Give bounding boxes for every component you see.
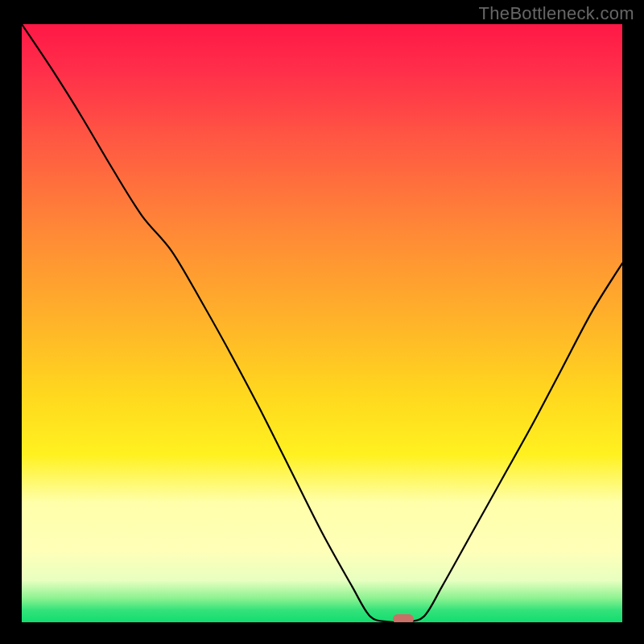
plot-area [22,24,622,622]
optimum-marker [393,614,414,622]
watermark-label: TheBottleneck.com [479,3,634,24]
bottleneck-curve [22,24,622,622]
chart-frame: TheBottleneck.com [0,0,644,644]
